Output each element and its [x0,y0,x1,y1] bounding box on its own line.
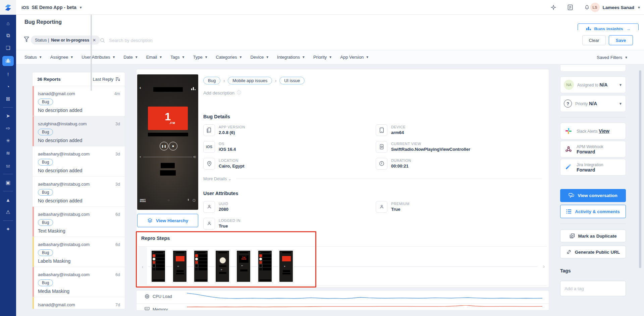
detail-field-label: UUID [219,202,228,206]
save-button[interactable]: Save [609,35,633,45]
sidebar-item-network[interactable]: ≋ [2,149,14,157]
notifications-bell-icon[interactable] [584,4,590,11]
reports-scrollbar[interactable] [91,14,92,91]
filter-menu-user-attributes[interactable]: User Attributes▼ [82,55,115,60]
memory-icon [145,307,150,311]
activity-comments-button[interactable]: Activity & comments [560,205,626,218]
release-notes-icon[interactable] [567,4,574,11]
report-time: 7d [115,303,120,307]
filter-menu-categories[interactable]: Categories▼ [216,55,243,60]
report-list-item[interactable]: aelbashary@instabug.com 6d Bug Text Mask… [33,207,125,237]
sidebar-item-home[interactable]: ⌂ [2,19,14,27]
slack-integration-card[interactable]: Slack Alerts View [560,123,626,139]
breadcrumb-category[interactable]: Mobile app issues [228,77,272,84]
app-selector[interactable]: iOS SE Demo App - beta ▼ [21,0,83,15]
add-description[interactable]: Add description ⓘ [203,90,542,96]
report-list-item[interactable]: lsanad@gmail.com 7d Bug [33,297,125,309]
search-input[interactable] [108,38,563,43]
repro-step-thumbnail[interactable] [257,250,273,283]
carousel-prev-button[interactable]: ‹ [138,247,147,286]
filter-chip-value: New or In-progress [51,38,89,43]
repro-step-thumbnail[interactable]: ▮ ▪ [172,250,187,283]
session-replay-player[interactable]: ‹ 1 .FM ❚❚ ■ ◂ ◂)) SWIFTRADIO ◌ ⬆ ⓘ [137,74,198,210]
clear-button[interactable]: Clear [582,35,606,45]
sidebar-item-configurations[interactable]: ⚍ [2,161,14,170]
close-icon[interactable]: ✕ [93,38,96,43]
priority-select[interactable]: ? Priority N/A ▼ [560,95,626,112]
assignee-select[interactable]: NA Assigned to N/A ▼ [560,76,626,93]
sidebar-item-feedback[interactable]: ✦ [2,225,14,234]
report-list-item[interactable]: lsanad@gmail.com 4m Bug No description a… [33,86,125,116]
filter-menu-integrations[interactable]: Integrations▼ [277,55,305,60]
active-filter-chip[interactable]: Status | New or In-progress ✕ [31,36,100,45]
repro-step-thumbnail[interactable] [193,250,209,283]
apm-webhook-integration-card[interactable]: APM Webhook Forward [560,141,626,157]
instabug-logo[interactable] [0,0,16,15]
metric-sparkline [187,305,542,311]
sidebar-item-app-ratings[interactable]: ◔ [2,82,14,91]
sidebar-item-surveys[interactable]: ➤ [2,112,14,120]
sidebar-item-crashes[interactable]: ! [2,70,14,78]
chevron-down-icon: ▼ [205,55,208,59]
report-list-item[interactable]: aelbashary@instabug.com 6d Bug Media Mas… [33,267,125,297]
filter-menu-status[interactable]: Status▼ [24,55,42,60]
breadcrumb-category[interactable]: Bug [203,77,220,84]
filter-menu-type[interactable]: Type▼ [193,55,208,60]
repro-step-thumbnail[interactable]: ▮ ▪ [278,250,294,283]
filter-menu-email[interactable]: Email▼ [146,55,162,60]
user-menu[interactable]: LS Lamees Sanad ▼ [590,0,641,15]
saved-filters-menu[interactable]: Saved Filters ▼ [597,50,628,64]
report-list-item[interactable]: aelbashary@instabug.com 3d Bug No descri… [33,146,125,177]
generate-url-button[interactable]: Generate Public URL [560,246,626,258]
report-list-item[interactable]: aelbashary@instabug.com 6d Bug Labels Ma… [33,237,125,267]
sidebar-item-feature-requests[interactable]: ⇨ [2,124,14,133]
os-icon: iOS [203,141,215,153]
carousel-next-button[interactable]: › [543,263,545,269]
view-hierarchy-button[interactable]: View Hierarchy [137,214,198,227]
repro-step-thumbnail[interactable]: THEROCK▮ ▪ [236,250,251,283]
user-icon [203,201,215,213]
sidebar-divider [3,174,13,174]
filter-menu-priority[interactable]: Priority▼ [313,55,332,60]
bug-details-title: Bug Details [203,114,542,119]
sidebar-item-screens[interactable]: ⧉ [2,31,14,40]
jira-icon [565,163,573,171]
filter-menu-tags[interactable]: Tags▼ [170,55,185,60]
repro-step-thumbnail[interactable]: ▮ ▪ [215,250,230,283]
filter-menu-date[interactable]: Date▼ [123,55,138,60]
detail-field: LOGGED IN True [203,217,376,230]
performance-row: Memory [137,303,549,311]
view-hierarchy-label: View Hierarchy [156,218,189,223]
report-email: aelbashary@instabug.com [38,212,90,217]
integration-value[interactable]: Forward [577,167,595,173]
sidebar-item-terminations[interactable]: ⊠ [2,94,14,103]
sidebar-item-smart-alerts[interactable]: ⚠ [2,208,14,216]
jira-integration-card[interactable]: Jira Integration Forward [560,159,626,176]
sidebar-item-sessions[interactable]: ❏ [2,44,14,52]
divider [236,179,542,179]
report-description: No description added [38,138,120,143]
filter-menu-device[interactable]: Device▼ [250,55,269,60]
filter-menu-assignee[interactable]: Assignee▼ [50,55,73,60]
ai-sparkle-icon[interactable] [550,4,557,11]
sidebar-item-apm[interactable]: ✳ [2,136,14,145]
sidebar-item-bug-reporting[interactable] [2,56,14,66]
integration-value[interactable]: Forward [577,149,595,154]
add-tag-input[interactable] [560,281,626,296]
sidebar-item-session-replay[interactable]: ▣ [2,178,14,187]
view-conversation-button[interactable]: View conversation [560,189,626,202]
repro-step-thumbnail[interactable] [151,250,166,283]
sidebar-item-releases[interactable]: ▲ [2,195,14,204]
more-details-toggle[interactable]: More Details ⌄ [203,176,542,181]
mark-duplicate-button[interactable]: Mark as Duplicate [560,230,626,242]
sort-control[interactable]: Last Reply [93,77,120,82]
integration-value[interactable]: View [599,128,609,134]
record-icon: ◌ [168,198,169,202]
report-list-item[interactable]: aelbashary@instabug.com 3d Bug No descri… [33,177,125,207]
masked-text [161,163,175,168]
top-bar: iOS SE Demo App - beta ▼ LS Lamees Sanad… [0,0,644,15]
page-scrollbar-thumb[interactable] [639,70,641,268]
filter-menu-app-version[interactable]: App Version▼ [340,55,369,60]
report-list-item[interactable]: szulghina@instabug.com 3d Bug No descrip… [33,116,125,146]
breadcrumb-category[interactable]: UI issue [279,77,305,84]
